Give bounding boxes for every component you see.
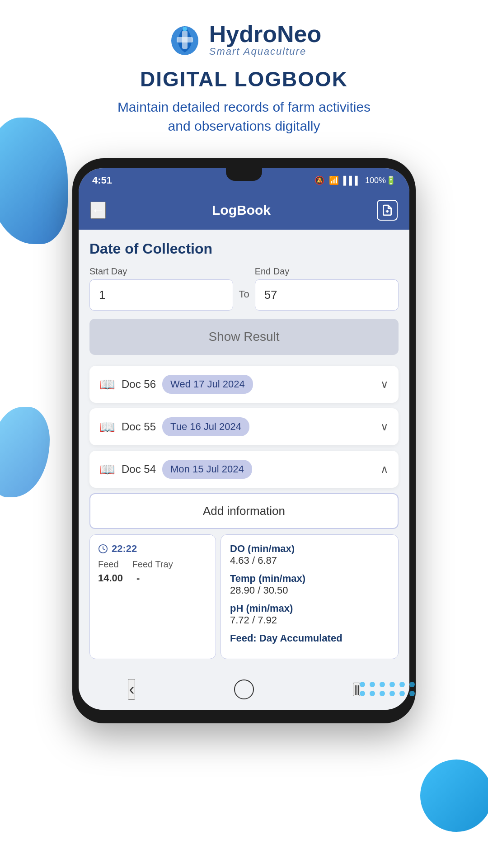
feed-col2-header: Feed Tray	[132, 559, 173, 570]
start-day-label: Start Day	[89, 266, 233, 277]
temp-value: 28.90 / 30.50	[230, 585, 389, 596]
logbook-icon: 📖	[99, 462, 115, 477]
nav-back-button[interactable]: ‹	[128, 679, 135, 700]
log-entry-doc55[interactable]: 📖 Doc 55 Tue 16 Jul 2024 ∨	[89, 408, 399, 445]
feed-col1-header: Feed	[98, 559, 119, 570]
feed-card-values: 14.00 -	[98, 572, 207, 584]
feed-card-time: 22:22	[98, 543, 207, 555]
logo-icon	[167, 22, 203, 58]
phone-notch	[226, 168, 262, 181]
sensor-card: DO (min/max) 4.63 / 6.87 Temp (min/max) …	[221, 534, 399, 659]
log-entry-left: 📖 Doc 54 Mon 15 Jul 2024	[99, 460, 252, 479]
show-result-button[interactable]: Show Result	[89, 319, 399, 355]
page-title: DIGITAL LOGBOOK	[140, 67, 348, 91]
ph-value: 7.72 / 7.92	[230, 614, 389, 626]
feed-card: 22:22 Feed Feed Tray 14.00 -	[89, 534, 216, 659]
dot-decoration	[399, 691, 405, 696]
date-range-row: Start Day To End Day	[89, 266, 399, 311]
start-day-group: Start Day	[89, 266, 233, 311]
dot-decoration	[389, 691, 395, 696]
header-section: HydroNeo Smart Aquaculture DIGITAL LOGBO…	[0, 0, 488, 149]
to-label: To	[239, 288, 249, 300]
dot-decoration	[370, 682, 375, 687]
doc-number: Doc 56	[122, 378, 156, 391]
dot-decoration	[380, 682, 385, 687]
doc-date-badge: Mon 15 Jul 2024	[162, 460, 252, 479]
svg-rect-2	[177, 37, 193, 42]
do-label: DO (min/max)	[230, 543, 389, 555]
phone-screen: 4:51 🔕 📶 ▌▌▌ 100%🔋 ← LogBook	[79, 168, 409, 710]
logo-text: HydroNeo Smart Aquaculture	[209, 22, 322, 57]
log-list: 📖 Doc 56 Wed 17 Jul 2024 ∨ 📖 Doc 55 Tue …	[89, 366, 399, 488]
chevron-down-icon: ∨	[380, 420, 389, 433]
feed-time-value: 22:22	[112, 543, 137, 555]
doc-number: Doc 54	[122, 463, 156, 476]
dot-decoration	[399, 682, 405, 687]
feed-day-label: Feed: Day Accumulated	[230, 632, 389, 644]
dot-decoration	[409, 691, 415, 696]
doc-number: Doc 55	[122, 420, 156, 433]
end-day-input[interactable]	[255, 279, 399, 311]
logo-container: HydroNeo Smart Aquaculture	[167, 22, 322, 58]
page-subtitle: Maintain detailed records of farm activi…	[117, 98, 371, 136]
phone-frame: 4:51 🔕 📶 ▌▌▌ 100%🔋 ← LogBook	[72, 158, 416, 723]
end-day-label: End Day	[255, 266, 399, 277]
svg-point-3	[183, 27, 187, 31]
battery-icon: 100%🔋	[365, 175, 396, 185]
end-day-group: End Day	[255, 266, 399, 311]
do-sensor-item: DO (min/max) 4.63 / 6.87	[230, 543, 389, 566]
dot-decoration	[360, 691, 365, 696]
chevron-down-icon: ∨	[380, 378, 389, 391]
nav-recent-button[interactable]: |||	[353, 683, 360, 696]
phone-wrapper: 4:51 🔕 📶 ▌▌▌ 100%🔋 ← LogBook	[72, 158, 416, 723]
dot-decoration	[389, 682, 395, 687]
temp-sensor-item: Temp (min/max) 28.90 / 30.50	[230, 573, 389, 596]
feed-day-item: Feed: Day Accumulated	[230, 632, 389, 644]
add-document-button[interactable]	[377, 200, 398, 221]
ph-sensor-item: pH (min/max) 7.72 / 7.92	[230, 603, 389, 626]
ph-label: pH (min/max)	[230, 603, 389, 614]
start-day-input[interactable]	[89, 279, 233, 311]
feed-card-headers: Feed Feed Tray	[98, 559, 207, 570]
section-title: Date of Collection	[89, 241, 399, 257]
status-time: 4:51	[92, 175, 112, 186]
feed-col2-value: -	[136, 572, 140, 584]
log-entry-doc56[interactable]: 📖 Doc 56 Wed 17 Jul 2024 ∨	[89, 366, 399, 403]
mute-icon: 🔕	[314, 175, 324, 185]
log-entry-left: 📖 Doc 56 Wed 17 Jul 2024	[99, 375, 253, 394]
screen-content: Date of Collection Start Day To End Day …	[79, 230, 409, 671]
app-bar-title: LogBook	[212, 203, 271, 218]
wifi-icon: 📶	[329, 175, 339, 185]
doc-date-badge: Wed 17 Jul 2024	[162, 375, 253, 394]
dot-decoration	[370, 691, 375, 696]
status-icons: 🔕 📶 ▌▌▌ 100%🔋	[314, 175, 396, 185]
log-entry-doc54-expanded: 📖 Doc 54 Mon 15 Jul 2024 ∧	[89, 451, 399, 488]
logo-tagline: Smart Aquaculture	[209, 46, 322, 57]
signal-icon: ▌▌▌	[343, 176, 361, 185]
bg-blob-middle-left	[0, 407, 50, 497]
log-entry-left: 📖 Doc 55 Tue 16 Jul 2024	[99, 417, 249, 436]
temp-label: Temp (min/max)	[230, 573, 389, 585]
bg-blob-bottom-right	[420, 760, 488, 832]
do-value: 4.63 / 6.87	[230, 555, 389, 566]
chevron-up-icon: ∧	[380, 463, 389, 476]
data-row: 22:22 Feed Feed Tray 14.00 -	[89, 534, 399, 664]
logbook-icon: 📖	[99, 377, 115, 392]
feed-col1-value: 14.00	[98, 572, 123, 584]
logo-name: HydroNeo	[209, 22, 322, 46]
log-entry-header[interactable]: 📖 Doc 54 Mon 15 Jul 2024 ∧	[89, 451, 399, 488]
logbook-icon: 📖	[99, 420, 115, 434]
nav-home-button[interactable]	[234, 679, 254, 699]
dot-decoration	[409, 682, 415, 687]
doc-date-badge: Tue 16 Jul 2024	[162, 417, 249, 436]
dot-decoration	[380, 691, 385, 696]
back-button[interactable]: ←	[90, 202, 106, 219]
app-bar: ← LogBook	[79, 191, 409, 230]
dot-decoration	[360, 682, 365, 687]
add-information-button[interactable]: Add information	[89, 493, 399, 529]
